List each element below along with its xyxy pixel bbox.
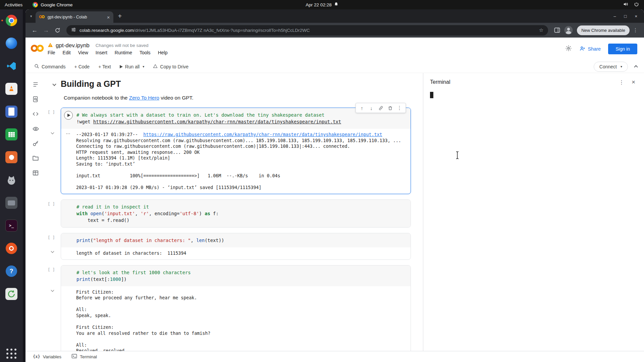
run-all-caret-icon: ▾ [143, 65, 144, 68]
share-person-icon [579, 46, 585, 53]
focused-app-indicator[interactable]: Google Chrome [33, 2, 72, 7]
maximize-window-button[interactable]: □ [624, 14, 627, 19]
system-top-bar: Activities Google Chrome Apr 22 02:28 [0, 0, 644, 9]
collapse-output-chevron-icon[interactable] [51, 131, 54, 134]
new-tab-button[interactable]: + [118, 12, 122, 20]
back-button[interactable]: ← [30, 25, 40, 35]
gimp-dock-icon[interactable] [4, 173, 18, 187]
terminal-header: Terminal ⋮ × [423, 73, 644, 88]
code-editor[interactable]: # read it in to inspect itwith open('inp… [61, 200, 411, 227]
ubuntu-software-dock-icon[interactable] [4, 241, 18, 255]
menu-edit[interactable]: Edit [59, 49, 74, 56]
cell-exec-indicator[interactable]: [ ] [46, 202, 57, 206]
output-options-icon[interactable]: ⋯ [66, 131, 70, 136]
cells-container: [ ]# We always start with a dataset to t… [46, 108, 423, 351]
orange-app-dock-icon[interactable] [4, 150, 18, 164]
collapse-section-chevron-icon[interactable] [52, 82, 56, 86]
close-window-button[interactable]: × [635, 14, 637, 19]
run-cell-button[interactable] [64, 111, 73, 120]
copy-to-drive-button[interactable]: Copy to Drive [150, 62, 192, 71]
browser-menu-icon[interactable]: ⋮ [631, 27, 640, 33]
close-terminal-icon[interactable]: × [632, 78, 635, 86]
cell-exec-indicator[interactable]: [ ] [46, 235, 57, 240]
browser-tab[interactable]: gpt-dev.ipynb - Colab × [36, 11, 113, 23]
add-text-button[interactable]: + Text [95, 62, 114, 71]
tab-strip: ▾ gpt-dev.ipynb - Colab × + – □ × [25, 9, 644, 23]
table-view-icon[interactable] [32, 169, 40, 177]
collapse-output-chevron-icon[interactable] [51, 288, 54, 292]
variables-panel-tab[interactable]: {x} Variables [33, 354, 61, 359]
chrome-dock-icon[interactable] [4, 13, 18, 27]
volume-icon[interactable] [623, 2, 628, 7]
app-grid-icon[interactable] [6, 349, 16, 359]
connect-button[interactable]: Connect ▾ [594, 62, 628, 72]
menu-bar: File Edit View Insert Runtime Tools Help [44, 49, 171, 56]
settings-gear-icon[interactable] [565, 45, 572, 53]
save-status[interactable]: Changes will not be saved [96, 43, 149, 48]
run-all-button[interactable]: Run all ▾ [116, 62, 148, 71]
site-info-icon[interactable] [71, 27, 76, 33]
cell-exec-indicator[interactable]: [ ] [46, 267, 57, 272]
move-cell-up-icon[interactable]: ↑ [357, 104, 367, 112]
libreoffice-writer-dock-icon[interactable] [4, 105, 18, 119]
menu-tools[interactable]: Tools [136, 49, 154, 56]
share-label: Share [588, 46, 601, 52]
terminal-body[interactable] [423, 88, 644, 351]
menu-view[interactable]: View [74, 49, 92, 56]
reload-button[interactable] [52, 25, 62, 35]
collapse-header-button[interactable] [635, 64, 637, 70]
power-icon[interactable] [634, 2, 639, 7]
files-folder-icon[interactable] [32, 154, 40, 162]
link-cell-icon[interactable] [376, 104, 385, 112]
tab-search-chevron-icon[interactable]: ▾ [30, 14, 32, 18]
notebook-cell: [ ]# let's look at the first 1000 charac… [46, 265, 423, 351]
libreoffice-calc-dock-icon[interactable] [4, 127, 18, 141]
url-bar[interactable]: colab.research.google.com/drive/1JMLa53H… [66, 25, 548, 36]
zero-to-hero-link[interactable]: Zero To Hero [129, 95, 159, 101]
profile-avatar[interactable] [564, 25, 574, 35]
forward-button[interactable]: → [41, 25, 51, 35]
software-updater-dock-icon[interactable] [4, 287, 18, 301]
code-editor[interactable]: print("length of dataset in characters: … [61, 233, 411, 247]
bookmark-star-icon[interactable]: ☆ [539, 27, 543, 33]
secrets-key-icon[interactable] [32, 139, 40, 147]
clock-button[interactable]: Apr 22 02:28 [306, 0, 338, 9]
variable-inspector-icon[interactable] [32, 125, 40, 133]
files-dock-icon[interactable] [4, 196, 18, 210]
code-snippets-icon[interactable] [32, 110, 40, 118]
menu-insert[interactable]: Insert [92, 49, 111, 56]
move-cell-down-icon[interactable]: ↓ [367, 104, 376, 112]
side-panel-icon[interactable] [552, 25, 562, 35]
code-editor[interactable]: # let's look at the first 1000 character… [61, 265, 411, 286]
delete-cell-icon[interactable] [385, 104, 395, 112]
close-tab-icon[interactable]: × [107, 15, 110, 20]
notification-bell-icon [334, 2, 338, 7]
sign-in-button[interactable]: Sign in [608, 44, 637, 54]
vscode-dock-icon[interactable] [4, 59, 18, 73]
notebook-title[interactable]: gpt-dev.ipynb [56, 42, 90, 49]
browser-window: ▾ gpt-dev.ipynb - Colab × + – □ × ← → co… [25, 9, 644, 362]
vlc-dock-icon[interactable] [4, 82, 18, 96]
colab-logo-icon[interactable] [30, 44, 44, 54]
minimize-window-button[interactable]: – [613, 14, 616, 19]
menu-help[interactable]: Help [154, 49, 171, 56]
find-replace-icon[interactable] [32, 95, 40, 103]
terminal-panel-tab[interactable]: Terminal [71, 354, 97, 360]
add-code-button[interactable]: + Code [71, 62, 93, 71]
table-of-contents-icon[interactable] [32, 80, 40, 88]
activities-button[interactable]: Activities [5, 2, 22, 7]
firefox-dock-icon[interactable] [4, 36, 18, 50]
menu-file[interactable]: File [44, 49, 59, 56]
commands-button[interactable]: Commands [31, 62, 69, 71]
terminal-dock-icon[interactable]: >_ [4, 219, 18, 233]
cell-exec-indicator[interactable]: [ ] [46, 110, 57, 115]
terminal-menu-icon[interactable]: ⋮ [619, 79, 624, 85]
notebook-scroll-area[interactable]: Building a GPT Companion notebook to the… [46, 73, 423, 351]
collapse-output-chevron-icon[interactable] [51, 249, 54, 253]
more-cell-actions-icon[interactable]: ⋮ [395, 104, 404, 112]
share-button[interactable]: Share [579, 46, 601, 53]
menu-runtime[interactable]: Runtime [111, 49, 136, 56]
update-chrome-button[interactable]: New Chrome available [577, 25, 630, 35]
url-text: colab.research.google.com/drive/1JMLa53H… [79, 28, 536, 33]
help-dock-icon[interactable]: ? [4, 264, 18, 278]
